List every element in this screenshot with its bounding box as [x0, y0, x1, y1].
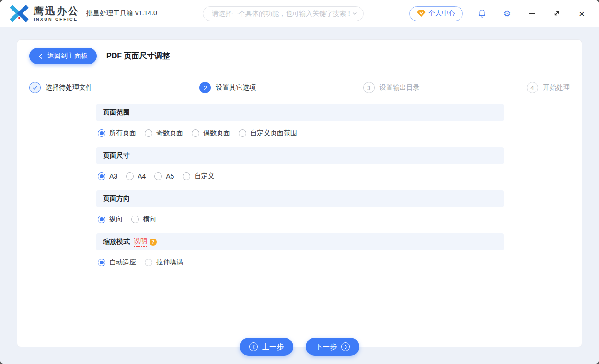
app-logo: 鹰迅办公 INXUN OFFICE: [9, 4, 80, 23]
radio-label: 所有页面: [109, 129, 136, 137]
user-center-button[interactable]: 个人中心: [409, 6, 463, 21]
step-1: 选择待处理文件: [29, 82, 92, 93]
radio-icon: [98, 216, 105, 223]
resize-button[interactable]: [551, 8, 563, 19]
titlebar: 鹰迅办公 INXUN OFFICE 批量处理工具箱 v1.14.0 个人中心: [0, 0, 599, 27]
section-options: 纵向横向: [98, 215, 504, 224]
radio-option[interactable]: 自定义页面范围: [239, 129, 297, 137]
section-options: 自动适应拉伸填满: [98, 258, 504, 267]
radio-option[interactable]: A4: [126, 172, 146, 180]
minimize-button[interactable]: [526, 8, 538, 19]
form-section: 页面范围所有页面奇数页面偶数页面自定义页面范围: [96, 104, 504, 138]
radio-label: A3: [109, 172, 117, 180]
app-title: 批量处理工具箱 v1.14.0: [86, 9, 157, 18]
step-label: 设置输出目录: [380, 83, 420, 92]
wizard-card: 返回到主面板 PDF 页面尺寸调整 选择待处理文件2设置其它选项3设置输出目录4…: [17, 39, 582, 347]
step-number: 4: [527, 82, 538, 93]
page-header: 返回到主面板 PDF 页面尺寸调整: [17, 40, 582, 72]
prev-step-label: 上一步: [262, 342, 284, 352]
radio-label: A5: [166, 172, 174, 180]
radio-icon: [154, 172, 162, 180]
radio-label: 自定义页面范围: [250, 129, 297, 137]
step-connector: [263, 88, 356, 88]
radio-label: A4: [138, 172, 146, 180]
form-section: 缩放模式说明?自动适应拉伸填满: [96, 233, 504, 267]
section-options: 所有页面奇数页面偶数页面自定义页面范围: [98, 128, 504, 138]
chevron-left-circle-icon: [249, 342, 258, 351]
section-title: 页面方向: [103, 194, 130, 203]
logo-name-en: INXUN OFFICE: [34, 17, 80, 22]
function-search-select[interactable]: [203, 6, 364, 21]
section-header: 缩放模式说明?: [96, 233, 504, 250]
radio-option[interactable]: 纵向: [98, 215, 123, 224]
radio-icon: [131, 216, 139, 223]
next-step-button[interactable]: 下一步: [306, 338, 359, 356]
help-link[interactable]: 说明: [134, 237, 147, 247]
vip-gem-icon: [417, 10, 426, 17]
options-form: 页面范围所有页面奇数页面偶数页面自定义页面范围页面尺寸A3A4A5自定义页面方向…: [96, 104, 504, 267]
radio-label: 奇数页面: [156, 129, 183, 137]
step-connector: [427, 88, 519, 88]
radio-option[interactable]: A5: [154, 172, 174, 180]
logo-name-cn: 鹰迅办公: [34, 6, 80, 16]
radio-icon: [145, 259, 152, 266]
form-section: 页面方向纵向横向: [96, 190, 504, 224]
next-step-label: 下一步: [315, 342, 337, 352]
user-center-label: 个人中心: [428, 9, 455, 18]
radio-label: 横向: [143, 215, 156, 224]
section-title: 页面尺寸: [103, 151, 130, 160]
section-header: 页面范围: [96, 104, 504, 121]
resize-diagonal-icon: [553, 10, 561, 17]
titlebar-actions: 个人中心 ⚙ ×: [409, 6, 587, 21]
step-3: 3设置输出目录: [363, 82, 420, 93]
prev-step-button[interactable]: 上一步: [240, 338, 293, 356]
form-section: 页面尺寸A3A4A5自定义: [96, 147, 504, 181]
close-icon: ×: [579, 9, 585, 19]
step-check-icon: [29, 82, 41, 93]
radio-option[interactable]: 横向: [131, 215, 156, 224]
step-number: 2: [199, 82, 211, 93]
radio-option[interactable]: 自定义: [183, 172, 214, 181]
section-options: A3A4A5自定义: [98, 171, 504, 181]
search-input[interactable]: [211, 9, 352, 18]
back-button-label: 返回到主面板: [47, 52, 88, 60]
main-content: 返回到主面板 PDF 页面尺寸调整 选择待处理文件2设置其它选项3设置输出目录4…: [0, 27, 599, 364]
radio-icon: [145, 129, 152, 137]
radio-option[interactable]: 所有页面: [98, 129, 136, 137]
section-header: 页面尺寸: [96, 147, 504, 164]
notifications-button[interactable]: [476, 8, 488, 19]
radio-option[interactable]: 偶数页面: [192, 129, 230, 137]
step-4: 4开始处理: [527, 82, 570, 93]
step-connector: [100, 88, 192, 88]
step-2: 2设置其它选项: [199, 82, 256, 93]
section-header: 页面方向: [96, 190, 504, 207]
settings-button[interactable]: ⚙: [501, 8, 513, 19]
radio-icon: [183, 172, 190, 180]
radio-option[interactable]: 自动适应: [98, 258, 136, 267]
back-to-dashboard-button[interactable]: 返回到主面板: [29, 48, 97, 64]
step-indicator: 选择待处理文件2设置其它选项3设置输出目录4开始处理: [17, 72, 582, 93]
bell-icon: [477, 9, 487, 18]
radio-option[interactable]: 拉伸填满: [145, 258, 183, 267]
chevron-left-icon: [38, 53, 43, 59]
radio-icon: [98, 129, 105, 137]
step-label: 开始处理: [543, 83, 570, 92]
radio-icon: [239, 129, 246, 137]
step-label: 设置其它选项: [216, 83, 256, 92]
radio-option[interactable]: 奇数页面: [145, 129, 183, 137]
wizard-nav-buttons: 上一步 下一步: [240, 338, 359, 356]
chevron-down-icon[interactable]: [352, 11, 357, 16]
app-window: 鹰迅办公 INXUN OFFICE 批量处理工具箱 v1.14.0 个人中心: [0, 0, 599, 364]
close-button[interactable]: ×: [576, 8, 587, 19]
radio-option[interactable]: A3: [98, 172, 117, 180]
question-icon[interactable]: ?: [150, 239, 157, 246]
page-title: PDF 页面尺寸调整: [106, 51, 170, 61]
logo-text: 鹰迅办公 INXUN OFFICE: [34, 6, 80, 22]
radio-icon: [192, 129, 199, 137]
radio-label: 自定义: [194, 172, 214, 181]
radio-label: 拉伸填满: [156, 258, 183, 267]
minimize-icon: [529, 13, 535, 14]
logo-x-icon: [9, 4, 30, 23]
section-title: 页面范围: [103, 108, 130, 117]
radio-icon: [98, 259, 105, 266]
